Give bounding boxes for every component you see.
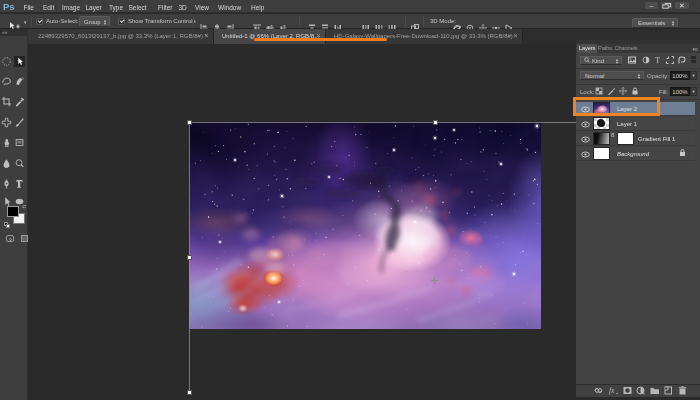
svg-text:fx: fx: [609, 386, 615, 395]
svg-text:T: T: [655, 56, 660, 65]
